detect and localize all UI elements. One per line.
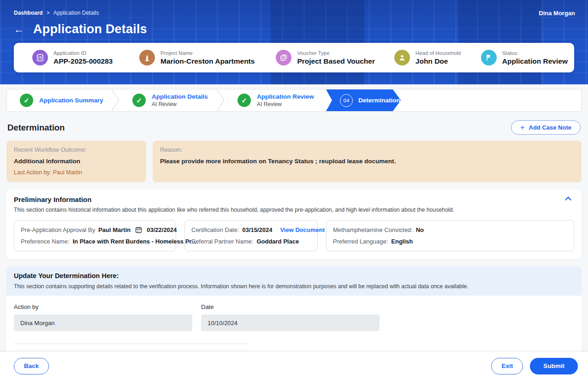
info-label: Voucher Type [297, 50, 375, 56]
step-number: 04 [340, 94, 353, 107]
step-label: Determination [358, 97, 400, 104]
list-icon [32, 50, 48, 65]
collapse-section-button[interactable] [562, 196, 574, 202]
action-by-input[interactable] [14, 315, 192, 331]
info-label: Status [502, 50, 568, 56]
back-arrow-icon[interactable]: ← [14, 24, 24, 35]
date-field-group: Date [201, 303, 380, 331]
reason-box: Reason: Please provide more information … [153, 141, 582, 182]
step-separator [111, 89, 119, 111]
info-item-project-name: Project Name Marion-Creston Apartments [127, 50, 264, 65]
info-item-voucher-type: Voucher Type Project Based Voucher [264, 50, 382, 65]
info-item-status: Status Application Review [469, 50, 568, 65]
submit-button[interactable]: Submit [530, 358, 578, 374]
application-info-card: Application ID APP-2025-000283 Project N… [14, 43, 574, 72]
user-name[interactable]: Dina Morgan [539, 10, 575, 17]
preference-label: Preference Name: [21, 238, 70, 245]
preliminary-information-section: Preliminary Information This section con… [6, 190, 582, 259]
breadcrumb-separator: > [47, 10, 50, 16]
add-case-note-label: Add Case Note [529, 124, 571, 131]
meth-value: No [416, 226, 424, 233]
approval-label: Pre-Application Approval By [21, 226, 95, 233]
preliminary-title: Preliminary Information [14, 196, 91, 203]
info-label: Application ID [53, 50, 113, 56]
step-label: Application Summary [39, 97, 103, 104]
page-title: Application Details [33, 22, 147, 36]
referral-label: Referral Partner Name: [191, 238, 253, 245]
referral-value: Goddard Place [256, 238, 299, 245]
info-label: Head of Household [416, 50, 461, 56]
info-value: APP-2025-000283 [53, 57, 113, 65]
step-separator [216, 89, 225, 111]
breadcrumb-dashboard-link[interactable]: Dashboard [14, 10, 43, 16]
info-value: John Doe [416, 57, 461, 65]
add-case-note-button[interactable]: + Add Case Note [511, 120, 581, 135]
step-label: Application Details [152, 93, 208, 100]
check-icon: ✓ [238, 94, 251, 107]
step-label: Application Review [257, 93, 314, 100]
reason-label: Reason: [160, 146, 574, 153]
preference-value: In Place with Rent Burdens - Homeless Pr… [73, 238, 196, 245]
step-application-details[interactable]: ✓ Application Details AI Review [119, 89, 216, 111]
action-by-field-group: Action by [14, 303, 192, 331]
workflow-last-action: Last Action by: Paul Martin [14, 169, 139, 176]
chevron-up-icon [565, 196, 571, 201]
check-icon: ✓ [132, 94, 146, 107]
footer-bar: Back Exit Submit [0, 352, 588, 380]
step-application-summary[interactable]: ✓ Application Summary [7, 89, 111, 111]
info-value: Marion-Creston Apartments [160, 57, 255, 65]
action-by-label: Action by [14, 303, 192, 310]
info-label: Project Name [160, 50, 255, 56]
date-label: Date [201, 303, 380, 310]
approval-date: 03/22/2024 [147, 226, 177, 233]
back-button[interactable]: Back [14, 358, 49, 374]
calendar-icon [135, 226, 142, 233]
exit-button[interactable]: Exit [491, 358, 523, 374]
step-sublabel: AI Review [152, 101, 208, 107]
reason-value: Please provide more information on Tenan… [160, 158, 574, 165]
certification-value: 03/15/2024 [242, 226, 272, 233]
view-document-link[interactable]: View Document [280, 226, 325, 233]
household-flags-card: Methamphetamine Convicted: No Preferred … [326, 220, 574, 251]
building-icon [139, 50, 155, 65]
update-description: This section contains supporting details… [14, 283, 574, 290]
certification-label: Certification Date: [191, 226, 239, 233]
info-item-application-id: Application ID APP-2025-000283 [20, 50, 127, 65]
workflow-outcome-box: Recent Workflow Outcome: Additional Info… [6, 141, 146, 182]
info-value: Project Based Voucher [297, 57, 375, 65]
breadcrumb: Dashboard > Application Details [14, 0, 574, 16]
step-determination-active[interactable]: 04 Determination [326, 89, 401, 111]
certification-card: Certification Date: 03/15/2024 View Docu… [184, 220, 318, 251]
update-banner: Update Your Determination Here: This sec… [6, 267, 582, 296]
update-title: Update Your Determination Here: [14, 272, 574, 279]
info-item-head-of-household: Head of Household John Doe [382, 50, 469, 65]
language-label: Preferred Language: [333, 238, 388, 245]
date-input[interactable] [201, 315, 380, 331]
plus-icon: + [520, 124, 524, 132]
check-icon: ✓ [20, 94, 33, 107]
step-sublabel: AI Review [257, 101, 314, 107]
language-value: English [391, 238, 413, 245]
voucher-icon [276, 50, 291, 65]
step-application-review[interactable]: ✓ Application Review AI Review [225, 89, 325, 111]
breadcrumb-current: Application Details [53, 10, 99, 16]
flag-icon [481, 50, 497, 65]
approval-value: Paul Martin [98, 226, 131, 233]
workflow-outcome-label: Recent Workflow Outcome: [14, 146, 139, 153]
page-header: Dashboard > Application Details Dina Mor… [0, 0, 588, 84]
preliminary-description: This section contains historical informa… [14, 207, 574, 213]
info-value: Application Review [502, 57, 568, 65]
person-icon [394, 50, 410, 65]
determination-title: Determination [7, 123, 65, 133]
approval-card: Pre-Application Approval By Paul Martin … [14, 220, 176, 251]
workflow-stepper: ✓ Application Summary ✓ Application Deta… [6, 89, 582, 112]
workflow-outcome-value: Additional Information [14, 158, 139, 165]
meth-label: Methamphetamine Convicted: [333, 226, 413, 233]
